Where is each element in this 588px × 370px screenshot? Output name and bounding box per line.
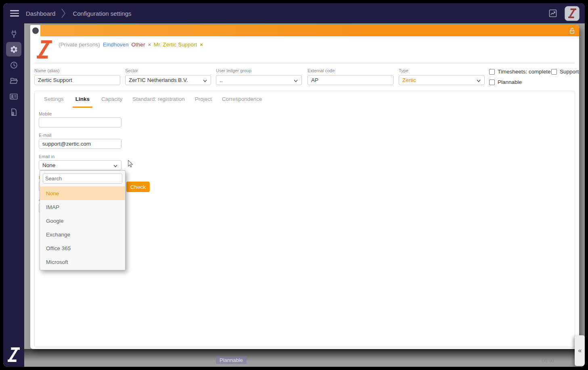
checkbox-row-support: Support: [551, 69, 579, 75]
background-plannable-badge: Plannable: [216, 356, 247, 364]
email-in-dropdown: None IMAP Google Exchange Office 365 Mic…: [40, 170, 126, 270]
plannable-label: Plannable: [498, 79, 522, 85]
email-label: E-mail: [39, 133, 51, 138]
timesheets-checkbox[interactable]: [489, 69, 495, 75]
dropdown-option-exchange[interactable]: Exchange: [40, 228, 125, 241]
hamburger-menu-icon[interactable]: [10, 10, 19, 17]
tab-correspondence[interactable]: Correspondence: [221, 96, 264, 108]
field-sector: Sector ZerTIC Netherlands B.V.: [125, 68, 211, 85]
mouse-cursor: [128, 160, 134, 168]
tab-project[interactable]: Project: [194, 96, 213, 108]
dropdown-option-microsoft[interactable]: Microsoft: [40, 255, 125, 269]
field-name-alias: Name (alias): [34, 68, 120, 85]
record-tags: (Private persons) Eindhoven Other × Mr. …: [59, 42, 203, 48]
tag-eindhoven[interactable]: Eindhoven: [103, 42, 129, 48]
chevron-down-icon: [113, 163, 118, 168]
zertic-app-logo[interactable]: [565, 6, 580, 21]
double-chevron-left-icon: «: [578, 347, 582, 354]
tab-container: Settings Links Capacity Standard: regist…: [34, 91, 575, 347]
sector-label: Sector: [125, 68, 211, 73]
email-in-value: None: [42, 162, 55, 168]
tab-bar: Settings Links Capacity Standard: regist…: [35, 91, 575, 108]
external-code-label: External code: [308, 68, 393, 73]
unlock-icon[interactable]: [569, 27, 575, 34]
support-checkbox[interactable]: [551, 69, 557, 75]
name-alias-input[interactable]: [34, 75, 120, 85]
dropdown-option-none[interactable]: None: [40, 186, 125, 200]
tag-person[interactable]: Mr. Zertic Support: [154, 42, 197, 48]
clock-icon[interactable]: [6, 58, 21, 72]
background-time-value: 00:00: [542, 358, 554, 364]
folder-icon[interactable]: [6, 73, 21, 88]
chart-icon[interactable]: [548, 9, 557, 18]
external-code-input[interactable]: [308, 75, 393, 85]
plannable-checkbox[interactable]: [489, 79, 495, 85]
dropdown-search-input[interactable]: [43, 174, 122, 184]
field-external-code: External code: [308, 68, 393, 85]
chevron-down-icon: [476, 78, 481, 83]
chevron-down-icon: [203, 78, 207, 83]
tab-settings[interactable]: Settings: [43, 96, 65, 108]
certificate-icon[interactable]: [6, 105, 21, 119]
type-value: Zertic: [402, 77, 416, 83]
ledger-select[interactable]: ..: [216, 75, 302, 85]
tag-other[interactable]: Other: [132, 42, 145, 48]
tag-private-persons: (Private persons): [59, 42, 100, 48]
record-status-circle: [32, 27, 39, 34]
field-user-ledger-group: User ledger group ..: [216, 68, 302, 85]
tag-person-close-icon[interactable]: ×: [200, 42, 203, 48]
dimmed-background: (Private persons) Eindhoven Other × Mr. …: [24, 23, 585, 367]
dropdown-option-google[interactable]: Google: [40, 214, 125, 228]
contact-card-icon[interactable]: [6, 89, 21, 104]
header-divider: [34, 63, 575, 63]
email-input[interactable]: [39, 139, 121, 149]
sector-select[interactable]: ZerTIC Netherlands B.V.: [125, 75, 211, 85]
top-navigation-bar: Dashboard Configuration settings: [3, 3, 585, 23]
zertic-record-logo: [37, 40, 52, 59]
modal-header-bar: [40, 25, 579, 36]
modal-shadow: [24, 349, 585, 361]
mobile-label: Mobile: [39, 111, 52, 116]
mobile-input[interactable]: [39, 117, 121, 128]
collapse-panel-handle[interactable]: «: [575, 335, 585, 366]
timesheets-label: Timesheets: complete: [498, 69, 551, 75]
gear-icon[interactable]: [6, 42, 21, 56]
email-in-label: Email in: [39, 154, 54, 159]
tag-close-icon[interactable]: ×: [148, 42, 151, 48]
tab-standard-registration[interactable]: Standard: registration: [132, 96, 186, 108]
email-in-select[interactable]: None: [39, 160, 121, 170]
check-button[interactable]: Check: [126, 182, 150, 192]
field-type: Type Zertic: [399, 68, 485, 85]
breadcrumb-dashboard[interactable]: Dashboard: [26, 10, 55, 17]
application-window: Dashboard Configuration settings: [3, 3, 585, 367]
type-select[interactable]: Zertic: [399, 75, 485, 85]
tab-capacity[interactable]: Capacity: [100, 96, 124, 108]
ledger-label: User ledger group: [216, 68, 302, 73]
tab-links[interactable]: Links: [73, 96, 92, 108]
checkbox-row-plannable: Plannable: [489, 79, 522, 85]
left-sidebar: [3, 23, 24, 367]
support-label: Support: [560, 69, 579, 75]
plug-icon[interactable]: [6, 26, 21, 41]
configuration-modal: (Private persons) Eindhoven Other × Mr. …: [30, 25, 579, 349]
type-label: Type: [399, 68, 485, 73]
chevron-down-icon: [293, 78, 298, 83]
zertic-footer-logo: [8, 347, 20, 362]
dropdown-option-office365[interactable]: Office 365: [40, 241, 125, 255]
breadcrumb-configuration-settings[interactable]: Configuration settings: [73, 10, 131, 17]
breadcrumb-chevron-icon: [61, 8, 66, 19]
ledger-value: ..: [220, 77, 223, 83]
dropdown-option-imap[interactable]: IMAP: [40, 200, 125, 214]
name-alias-label: Name (alias): [34, 68, 120, 73]
sector-value: ZerTIC Netherlands B.V.: [129, 77, 188, 83]
checkbox-row-timesheets: Timesheets: complete: [489, 69, 551, 75]
